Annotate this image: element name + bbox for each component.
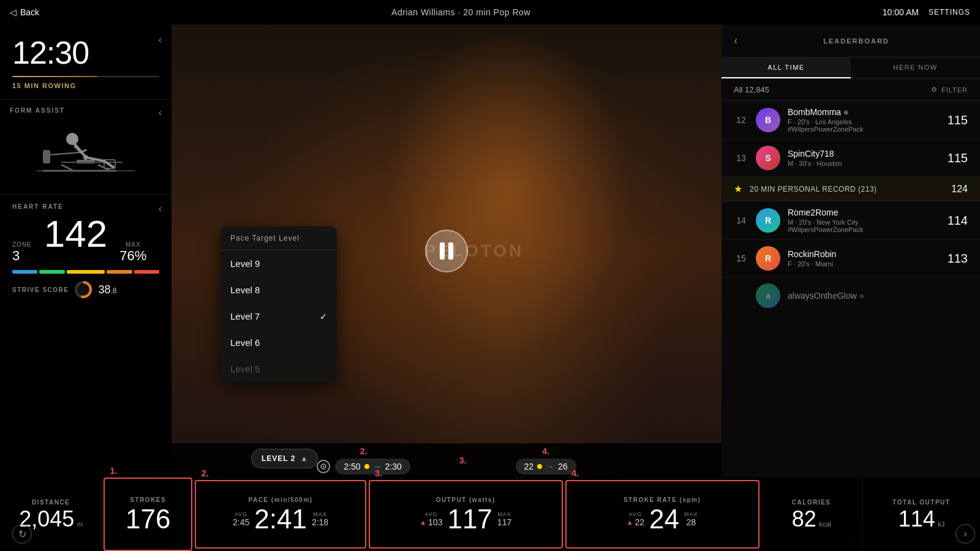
leaderboard-collapse-button[interactable]: ‹	[734, 34, 737, 47]
verified-icon-12: ⊕	[843, 109, 848, 116]
rank-14: 14	[734, 216, 748, 225]
output-avg-label: AVG	[424, 511, 437, 517]
step-1-indicator: 1.	[110, 465, 118, 476]
level-button[interactable]: LEVEL 2 ▲	[251, 449, 318, 468]
strokes-value: 176	[126, 506, 170, 533]
lb-name-13: SpinCity718	[788, 149, 936, 159]
zone-info: ZONE 3	[12, 241, 32, 264]
level-button-arrow: ▲	[300, 454, 307, 463]
pace-level-7[interactable]: Level 7 ✓	[221, 303, 337, 329]
back-button[interactable]: ◁ Back	[10, 7, 39, 17]
avatar-15: R	[756, 246, 780, 271]
zone-value: 3	[12, 248, 32, 264]
leaderboard-header: ‹ LEADERBOARD	[722, 24, 980, 58]
timer-section: ‹ 12:30 15 MIN ROWING	[0, 24, 172, 100]
output-max-label: MAX	[497, 511, 511, 517]
heart-rate-label: HEART RATE	[12, 203, 159, 210]
personal-record-row: ★ 20 MIN PERSONAL RECORD (213) 124	[722, 177, 980, 201]
avatar-partial: a	[756, 283, 780, 308]
form-assist-collapse-button[interactable]: ‹	[159, 107, 162, 118]
lb-name-15: RockinRobin	[788, 249, 936, 259]
distance-label: DISTANCE	[32, 499, 70, 506]
pace-level-9[interactable]: Level 9	[221, 250, 337, 277]
lb-info-partial: alwaysOntheGlow ⊕	[788, 291, 968, 301]
pace-level-5[interactable]: Level 5	[221, 356, 337, 382]
rower-figure-svg	[24, 123, 147, 178]
scroll-right-icon[interactable]: ›	[956, 524, 975, 544]
pace-max-value: 2:18	[312, 517, 328, 527]
max-info: MAX 76%	[119, 241, 146, 264]
output-inner: AVG ▲ 103 117 MAX 117	[420, 506, 511, 533]
avatar-13: S	[756, 146, 780, 170]
tab-here-now[interactable]: HERE NOW	[851, 58, 980, 78]
calories-value-row: 82 kcal	[792, 508, 831, 530]
lb-score-14: 114	[943, 214, 968, 228]
pace-target-dropdown[interactable]: Pace Target Level Level 9 Level 8 Level …	[221, 227, 337, 382]
timer-progress-bar	[12, 76, 159, 77]
lb-score-12: 115	[943, 113, 968, 127]
timer-collapse-button[interactable]: ‹	[159, 34, 162, 45]
filter-button[interactable]: ⚙ FILTER	[931, 86, 968, 94]
tab-all-time[interactable]: ALL TIME	[722, 58, 851, 78]
timer-label: 15 MIN ROWING	[12, 82, 159, 89]
pace-inner: AVG 2:45 2:41 MAX 2:18	[233, 506, 328, 533]
back-arrow-icon: ◁	[10, 7, 17, 17]
svg-point-17	[323, 466, 325, 468]
lb-info-15: RockinRobin F · 20's · Miami	[788, 249, 936, 268]
pace-level-8[interactable]: Level 8	[221, 277, 337, 303]
level-button-text: LEVEL 2	[262, 454, 295, 463]
stroke-rate-metric: 4. STROKE RATE (spm) AVG ▲ 22 24 MAX 28	[565, 480, 760, 549]
output-main-value: 117	[447, 506, 492, 533]
filter-icon: ⚙	[931, 86, 938, 94]
lb-score-15: 113	[943, 252, 968, 266]
form-assist-figure	[10, 120, 162, 181]
rank-15: 15	[734, 253, 748, 263]
strokes-label: STROKES	[130, 497, 166, 503]
settings-button[interactable]: SETTINGS	[929, 8, 970, 17]
max-label: MAX	[126, 241, 141, 248]
lb-info-14: Rome2Rome M · 20's · New York City #Wilp…	[788, 208, 936, 233]
step-4-bottom-indicator: 4.	[571, 468, 579, 478]
strive-value: 38.8	[98, 283, 116, 296]
output-avg-value: 103	[428, 517, 442, 527]
total-output-value-row: 114 kJ	[899, 508, 945, 530]
svg-point-11	[66, 133, 78, 145]
stroke-rate-label: STROKE RATE (spm)	[624, 497, 701, 503]
avatar-12: B	[756, 108, 780, 132]
star-icon: ★	[734, 183, 742, 195]
lb-name-12: BombMomma ⊕	[788, 107, 936, 117]
pr-score: 124	[951, 184, 968, 195]
pr-text: 20 MIN PERSONAL RECORD (213)	[750, 185, 944, 193]
check-icon: ✓	[320, 312, 327, 321]
step-4-content: 22 → 26	[516, 459, 576, 474]
avatar-14: R	[756, 208, 780, 233]
distance-metric: DISTANCE 2,045 m ↻	[0, 478, 102, 551]
pace-level-6[interactable]: Level 6	[221, 329, 337, 356]
pace-avg-value: 2:45	[233, 517, 249, 527]
lb-details-12: F · 20's · Los Angeles #WilpersPowerZone…	[788, 118, 936, 133]
current-time: 10:00 AM	[883, 7, 919, 17]
step-2-circle	[317, 460, 330, 473]
leaderboard-row-14: 14 R Rome2Rome M · 20's · New York City …	[722, 201, 980, 240]
leaderboard-count: All 12,845	[734, 85, 769, 94]
hr-collapse-button[interactable]: ‹	[159, 203, 162, 214]
lb-details-13: M · 30's · Houston	[788, 160, 936, 167]
form-assist-label: FORM ASSIST	[10, 107, 162, 114]
total-output-label: TOTAL OUTPUT	[892, 499, 950, 506]
pause-button[interactable]	[425, 230, 468, 272]
leaderboard-row-15: 15 R RockinRobin F · 20's · Miami 113	[722, 240, 980, 277]
lb-details-14: M · 20's · New York City #WilpersPowerZo…	[788, 219, 936, 233]
step-4: 4. 22 → 26	[516, 446, 576, 474]
top-right-group: 10:00 AM SETTINGS	[883, 7, 970, 17]
step-3-num: 3.	[459, 455, 467, 465]
step-3: 3.	[459, 455, 467, 465]
strive-circle	[75, 281, 92, 298]
bottom-metrics-bar: DISTANCE 2,045 m ↻ 1. STROKES 176 2. PAC…	[0, 478, 980, 551]
zone-bar	[12, 270, 159, 274]
output-label: OUTPUT (watts)	[436, 497, 496, 503]
output-max-value: 117	[497, 517, 511, 527]
total-output-metric: TOTAL OUTPUT 114 kJ ›	[863, 478, 980, 551]
lb-score-13: 115	[943, 151, 968, 165]
output-avg-arrow: ▲	[420, 519, 426, 526]
calories-metric: CALORIES 82 kcal	[761, 478, 863, 551]
